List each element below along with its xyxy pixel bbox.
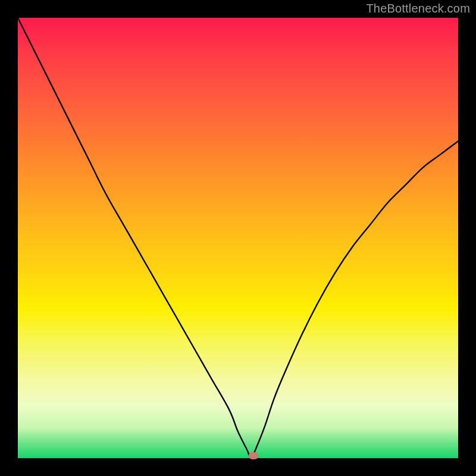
plot-area: [18, 18, 458, 458]
watermark-text: TheBottleneck.com: [366, 2, 470, 15]
chart-frame: TheBottleneck.com: [0, 0, 476, 476]
optimal-point-marker: [249, 452, 258, 459]
bottleneck-curve: [18, 18, 458, 458]
